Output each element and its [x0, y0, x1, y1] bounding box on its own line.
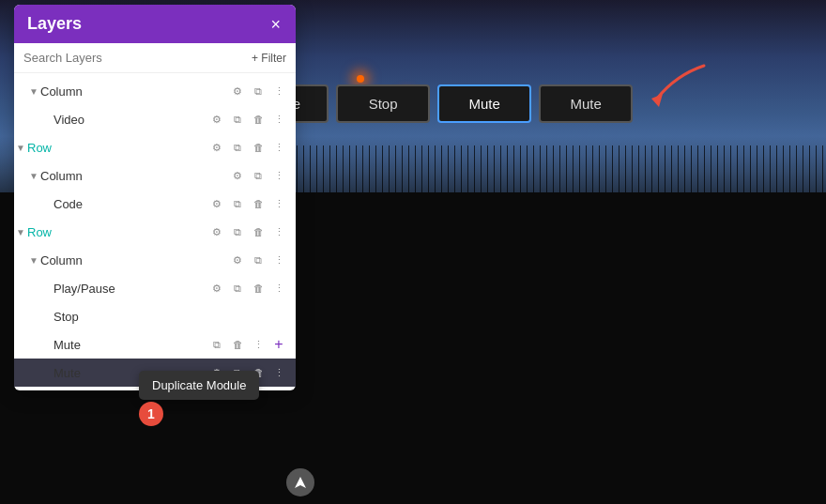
layer-label: Column [40, 169, 228, 183]
layer-label: Stop [54, 310, 288, 324]
copy-icon[interactable]: ⧉ [249, 82, 268, 100]
duplicate-tooltip: Duplicate Module [139, 371, 259, 400]
layer-actions: ⚙ ⧉ 🗑 ⋮ [207, 138, 288, 157]
copy-icon[interactable]: ⧉ [207, 335, 226, 354]
more-icon[interactable]: ⋮ [269, 251, 288, 269]
mute-button-1[interactable]: Mute [437, 84, 531, 123]
more-icon[interactable]: ⋮ [269, 138, 288, 157]
chevron-down-icon: ▼ [27, 86, 40, 97]
chevron-down-icon: ▼ [14, 143, 27, 153]
trash-icon[interactable]: 🗑 [249, 222, 268, 241]
stop-button[interactable]: Stop [336, 84, 430, 123]
layer-actions: ⧉ 🗑 ⋮ + [207, 335, 288, 354]
chevron-down-icon: ▼ [27, 171, 40, 181]
list-item: ▼ Row ⚙ ⧉ 🗑 ⋮ [14, 133, 296, 161]
step-badge: 1 [139, 402, 163, 426]
trash-icon[interactable]: 🗑 [249, 279, 268, 298]
gear-icon[interactable]: ⚙ [228, 82, 247, 100]
copy-icon[interactable]: ⧉ [228, 194, 247, 213]
layer-label: Code [54, 197, 207, 211]
list-item: ▼ Column ⚙ ⧉ ⋮ [14, 161, 296, 190]
list-item: Mute ⧉ 🗑 ⋮ + [14, 330, 296, 359]
layer-actions: ⚙ ⧉ ⋮ [228, 82, 288, 100]
svg-marker-0 [651, 94, 663, 107]
search-input[interactable] [23, 51, 246, 65]
layer-label: Mute [54, 338, 207, 352]
list-item: Video ⚙ ⧉ 🗑 ⋮ [14, 105, 296, 133]
gear-icon[interactable]: ⚙ [207, 222, 226, 241]
layer-label: Column [40, 253, 228, 267]
gear-icon[interactable]: ⚙ [207, 279, 226, 298]
more-icon[interactable]: ⋮ [269, 222, 288, 241]
layer-label: Row [27, 141, 207, 155]
search-bar: + Filter [14, 43, 296, 73]
layer-label: Play/Pause [54, 282, 207, 296]
list-item: Code ⚙ ⧉ 🗑 ⋮ [14, 190, 296, 218]
trash-icon[interactable]: 🗑 [228, 335, 247, 354]
more-icon[interactable]: ⋮ [269, 363, 288, 382]
panel-header: Layers × [14, 5, 296, 43]
copy-icon[interactable]: ⧉ [228, 110, 247, 129]
more-icon[interactable]: ⋮ [269, 110, 288, 129]
more-icon[interactable]: ⋮ [269, 279, 288, 298]
panel-title: Layers [27, 14, 82, 34]
close-button[interactable]: × [268, 16, 283, 33]
layer-actions: ⚙ ⧉ 🗑 ⋮ [207, 194, 288, 213]
gear-icon[interactable]: ⚙ [207, 110, 226, 129]
trash-icon[interactable]: 🗑 [249, 138, 268, 157]
more-icon[interactable]: ⋮ [269, 194, 288, 213]
navigation-icon[interactable] [286, 468, 314, 496]
gear-icon[interactable]: ⚙ [228, 166, 247, 185]
more-icon[interactable]: ⋮ [249, 335, 268, 354]
gear-icon[interactable]: ⚙ [207, 194, 226, 213]
layer-label: Row [27, 225, 207, 239]
layer-actions: ⚙ ⧉ 🗑 ⋮ [207, 279, 288, 298]
add-button[interactable]: + [269, 335, 288, 354]
copy-icon[interactable]: ⧉ [228, 222, 247, 241]
layer-actions: ⚙ ⧉ ⋮ [228, 251, 288, 269]
list-item: Play/Pause ⚙ ⧉ 🗑 ⋮ [14, 274, 296, 302]
trash-icon[interactable]: 🗑 [249, 110, 268, 129]
arrow-annotation [638, 56, 713, 116]
filter-button[interactable]: + Filter [252, 52, 286, 65]
copy-icon[interactable]: ⧉ [228, 279, 247, 298]
trash-icon[interactable]: 🗑 [249, 194, 268, 213]
gear-icon[interactable]: ⚙ [228, 251, 247, 269]
layers-panel: Layers × + Filter ▼ Column ⚙ ⧉ ⋮ Video ⚙ [14, 5, 296, 390]
copy-icon[interactable]: ⧉ [249, 166, 268, 185]
more-icon[interactable]: ⋮ [269, 166, 288, 185]
list-item: ▼ Row ⚙ ⧉ 🗑 ⋮ [14, 218, 296, 246]
copy-icon[interactable]: ⧉ [249, 251, 268, 269]
mute-button-2[interactable]: Mute [539, 84, 633, 123]
more-icon[interactable]: ⋮ [269, 82, 288, 100]
list-item: ▼ Column ⚙ ⧉ ⋮ [14, 77, 296, 105]
list-item: ▼ Column ⚙ ⧉ ⋮ [14, 246, 296, 274]
layer-label: Video [54, 113, 207, 127]
layer-actions: ⚙ ⧉ 🗑 ⋮ [207, 222, 288, 241]
list-item: Stop [14, 302, 296, 330]
layers-list: ▼ Column ⚙ ⧉ ⋮ Video ⚙ ⧉ 🗑 ⋮ ▼ Row [14, 73, 296, 390]
layer-actions: ⚙ ⧉ 🗑 ⋮ [207, 110, 288, 129]
layer-actions: ⚙ ⧉ ⋮ [228, 166, 288, 185]
gear-icon[interactable]: ⚙ [207, 138, 226, 157]
chevron-down-icon: ▼ [27, 255, 40, 266]
chevron-down-icon: ▼ [14, 227, 27, 237]
layer-label: Column [40, 84, 228, 99]
copy-icon[interactable]: ⧉ [228, 138, 247, 157]
